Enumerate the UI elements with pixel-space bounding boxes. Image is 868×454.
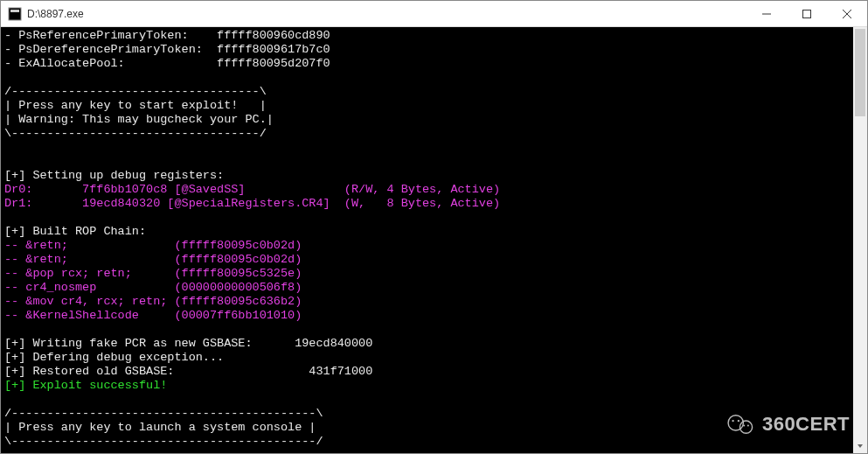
console-line [4,323,850,337]
vertical-scrollbar[interactable] [853,27,867,453]
console-line: -- &retn; (fffff80095c0b02d) [4,239,850,253]
maximize-button[interactable] [787,1,827,27]
console-line: [+] Restored old GSBASE: 431f71000 [4,365,850,379]
console-line: | Warning: This may bugcheck your PC.| [4,113,850,127]
console-line: \-----------------------------------/ [4,127,850,141]
console-line: [+] Exploit successful! [4,379,850,393]
console-content-area: - PsReferencePrimaryToken: fffff800960cd… [1,27,867,453]
console-line: - ExAllocatePool: fffff80095d207f0 [4,57,850,71]
console-line [4,71,850,85]
console-line: [+] Setting up debug registers: [4,169,850,183]
titlebar[interactable]: D:\8897.exe [1,1,867,27]
minimize-button[interactable] [746,1,787,27]
console-line: /-----------------------------------\ [4,85,850,99]
scrollbar-thumb[interactable] [855,29,865,116]
console-line: -- &pop rcx; retn; (fffff80095c5325e) [4,267,850,281]
console-line: Dr0: 7ff6bb1070c8 [@SavedSS] (R/W, 4 Byt… [4,183,850,197]
console-line: \---------------------------------------… [4,435,850,449]
svg-marker-7 [858,444,863,448]
scroll-down-button[interactable] [853,439,867,453]
console-line [4,141,850,155]
svg-rect-3 [803,10,811,17]
console-line: [+] Defering debug exception... [4,351,850,365]
console-line: -- cr4_nosmep (00000000000506f8) [4,281,850,295]
console-line: -- &mov cr4, rcx; retn; (fffff80095c636b… [4,295,850,309]
console-line: | Press any key to launch a system conso… [4,421,850,435]
console-line [4,393,850,407]
app-window: D:\8897.exe - PsReferencePrimaryToken: f… [0,0,868,454]
console-line: - PsReferencePrimaryToken: fffff800960cd… [4,29,850,43]
console-line: | Press any key to start exploit! | [4,99,850,113]
window-title: D:\8897.exe [27,8,746,20]
console-line [4,211,850,225]
window-controls [746,1,867,27]
svg-rect-1 [10,10,19,12]
console-line: -- &KernelShellcode (00007ff6bb101010) [4,309,850,323]
console-line: - PsDereferencePrimaryToken: fffff800961… [4,43,850,57]
console-line: -- &retn; (fffff80095c0b02d) [4,253,850,267]
console-line: Dr1: 19ecd840320 [@SpecialRegisters.CR4]… [4,197,850,211]
console-output: - PsReferencePrimaryToken: fffff800960cd… [1,27,853,453]
close-button[interactable] [827,1,867,27]
app-icon [8,7,22,21]
console-line [4,155,850,169]
console-line: /---------------------------------------… [4,407,850,421]
console-line: [+] Built ROP Chain: [4,225,850,239]
console-line: [+] Writing fake PCR as new GSBASE: 19ec… [4,337,850,351]
